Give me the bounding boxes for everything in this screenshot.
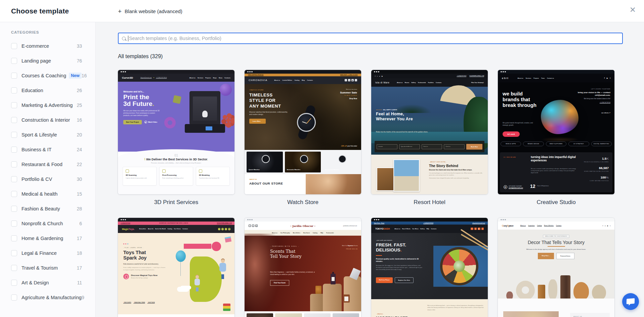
- category-count: 76: [77, 58, 82, 64]
- service-pill: BRAND DESIGN: [523, 142, 544, 146]
- category-checkbox[interactable]: [11, 43, 17, 49]
- category-item[interactable]: Business & IT 24: [0, 142, 95, 157]
- mini-topbar: fto▶ +1 (234) 567 89 00ISLADIMARE@EMAIL.…: [371, 74, 488, 78]
- category-count: 33: [77, 43, 82, 49]
- template-card-decor[interactable]: CozySpace About usInspirationCatalogNews…: [498, 218, 614, 317]
- templates-grid: Curve3D 3d.print@email.com+1 (234) 567 8…: [118, 70, 614, 317]
- template-card-creative-studio[interactable]: ctrl About usServicesProjectsTeamContact…: [498, 70, 614, 210]
- browser-chrome: [371, 218, 488, 222]
- template-card-watch-store[interactable]: FREE SHIPPING FROM $20NEED HELP: +1 (800…: [245, 70, 361, 210]
- category-item[interactable]: Medical & health 15: [0, 187, 95, 201]
- category-checkbox[interactable]: [11, 294, 17, 301]
- category-count: 6: [79, 221, 82, 226]
- mini-nav-links: About usRoomsGalleryTestimonialsFaciliti…: [397, 82, 441, 83]
- green-cube-shape: [173, 95, 181, 104]
- category-checkbox[interactable]: [11, 87, 17, 93]
- category-label: Legal & Finance: [22, 250, 57, 256]
- blank-website-button[interactable]: + Blank website (advanced): [118, 0, 182, 22]
- category-checkbox[interactable]: [11, 265, 17, 271]
- instagram-icon: o: [379, 75, 380, 77]
- category-checkbox[interactable]: [11, 117, 17, 123]
- close-icon[interactable]: ✕: [628, 5, 637, 15]
- category-checkbox[interactable]: [11, 221, 17, 227]
- mini-hero-text: No frozen fish. No soggy rice. Just clea…: [376, 265, 422, 271]
- category-label: Nonprofit & Church: [22, 221, 63, 226]
- mini-hero-title: Scents ThatTell Your Story: [270, 249, 302, 259]
- category-item[interactable]: Marketing & Advertising 25: [0, 98, 95, 113]
- mini-contact-block: LET'S WORK TOGETHER bring your vision to…: [577, 88, 610, 114]
- template-card-sushi[interactable]: Open 8 am - 10 pm +1 (234) 567 89 00 tok…: [371, 218, 488, 317]
- mini-cta: let's work: [503, 131, 520, 137]
- category-item[interactable]: Sport & Lifestyle 20: [0, 127, 95, 142]
- category-item[interactable]: Home & Gardening 17: [0, 231, 95, 246]
- category-checkbox[interactable]: [11, 161, 17, 167]
- category-count: 28: [77, 206, 82, 211]
- facebook-icon: f: [471, 228, 473, 230]
- mini-nav: Isla di Mare About usRoomsGalleryTestimo…: [371, 78, 488, 87]
- category-item[interactable]: Legal & Finance 18: [0, 246, 95, 261]
- category-label: Marketing & Advertising: [22, 103, 73, 108]
- category-item[interactable]: Nonprofit & Church 6: [0, 216, 95, 231]
- template-card-3d-print-services[interactable]: Curve3D 3d.print@email.com+1 (234) 567 8…: [118, 70, 234, 210]
- category-checkbox[interactable]: [11, 102, 17, 108]
- category-item[interactable]: Education 26: [0, 83, 95, 98]
- category-item[interactable]: Restaurant & Food 22: [0, 157, 95, 172]
- watch-shape: [300, 155, 308, 163]
- category-item[interactable]: Art & Design 11: [0, 275, 95, 290]
- mini-hero: Welcome and let's... Print the 3d Future…: [118, 82, 234, 152]
- category-checkbox[interactable]: [11, 132, 17, 138]
- iridescent-blob: [541, 100, 578, 134]
- browser-chrome: [118, 70, 234, 74]
- mini-logo: ctrl: [502, 77, 509, 80]
- category-checkbox[interactable]: [11, 280, 17, 286]
- search-placeholder: Search templates (e.g. Business, Portfol…: [129, 36, 221, 41]
- category-item[interactable]: Agriculture & Manufacturing 9: [0, 290, 95, 305]
- mini-cta-primary: Shop Now →: [538, 253, 554, 259]
- category-checkbox[interactable]: [11, 73, 17, 79]
- category-checkbox[interactable]: [11, 250, 17, 256]
- mini-hero-text: Relax into the rhythm of the sea and fee…: [376, 131, 428, 133]
- mini-promo-kicker: Meet Our Signature Scents: [342, 245, 358, 246]
- template-thumbnail: +1 (234) 567 89 00 SHOWROOM: 123A FENIMO…: [118, 218, 234, 317]
- text-caret: [128, 36, 128, 41]
- service-pill: MOBILE APPS: [501, 142, 521, 146]
- category-checkbox[interactable]: [11, 147, 17, 153]
- category-checkbox[interactable]: [11, 206, 17, 212]
- mini-hero-text: From cuddly companions to creative plays…: [123, 267, 166, 271]
- category-label: Art & Design: [22, 280, 49, 285]
- chat-widget-button[interactable]: [622, 293, 639, 310]
- template-card-perfume[interactable]: fo▶ - Jardin Obscur - jardinobscur@email…: [245, 218, 361, 317]
- mini-hero-lead: Premium-quality sushi, handcrafted to de…: [376, 258, 420, 263]
- mini-hero-text: We turn your ideas into reality with pro…: [123, 110, 161, 117]
- balloon-shape: [176, 250, 186, 262]
- category-item[interactable]: Courses & Coaching New 16: [0, 68, 95, 83]
- category-item[interactable]: Fashion & Beauty 28: [0, 201, 95, 216]
- category-checkbox[interactable]: [11, 191, 17, 197]
- category-item[interactable]: Landing page 76: [0, 53, 95, 68]
- blank-website-label: Blank website (advanced): [125, 8, 182, 14]
- search-input[interactable]: Search templates (e.g. Business, Portfol…: [118, 33, 623, 44]
- watch-shape: [338, 155, 346, 163]
- category-item[interactable]: E-commerce 33: [0, 39, 95, 53]
- category-item[interactable]: Construction & Interior 16: [0, 113, 95, 127]
- mini-booking-bar: LocationType placeholder textCheck-inChe…: [375, 141, 484, 152]
- template-card-resort-hotel[interactable]: fto▶ +1 (234) 567 89 00ISLADIMARE@EMAIL.…: [371, 70, 488, 210]
- browser-chrome: [498, 218, 614, 222]
- category-checkbox[interactable]: [11, 176, 17, 182]
- category-count: 16: [82, 73, 87, 78]
- blocks-shape: [223, 304, 230, 311]
- twitter-icon: t: [377, 75, 377, 77]
- category-item[interactable]: Travel & Tourism 17: [0, 261, 95, 275]
- category-checkbox[interactable]: [11, 235, 17, 241]
- stat: 66,587 HOURS CRAFTING DIGITAL SOLUTIONS: [575, 164, 609, 172]
- mini-topbar: Open 8 am - 10 pm +1 (234) 567 89 00 tok…: [371, 222, 488, 225]
- mini-email: jardinobscur@email.com: [343, 225, 357, 227]
- mini-hero: we buildbrands thatbreak through We guid…: [498, 82, 614, 152]
- twitter-icon: t: [225, 228, 227, 230]
- mini-cta-video: ▶Watch Video: [144, 121, 157, 123]
- category-checkbox[interactable]: [11, 58, 17, 64]
- category-item[interactable]: Portfolio & CV 30: [0, 172, 95, 187]
- template-card-toys[interactable]: +1 (234) 567 89 00 SHOWROOM: 123A FENIMO…: [118, 218, 234, 317]
- categories-sidebar: CATEGORIES E-commerce 33 Landing page 76…: [0, 22, 96, 317]
- twitter-icon: t: [481, 228, 484, 230]
